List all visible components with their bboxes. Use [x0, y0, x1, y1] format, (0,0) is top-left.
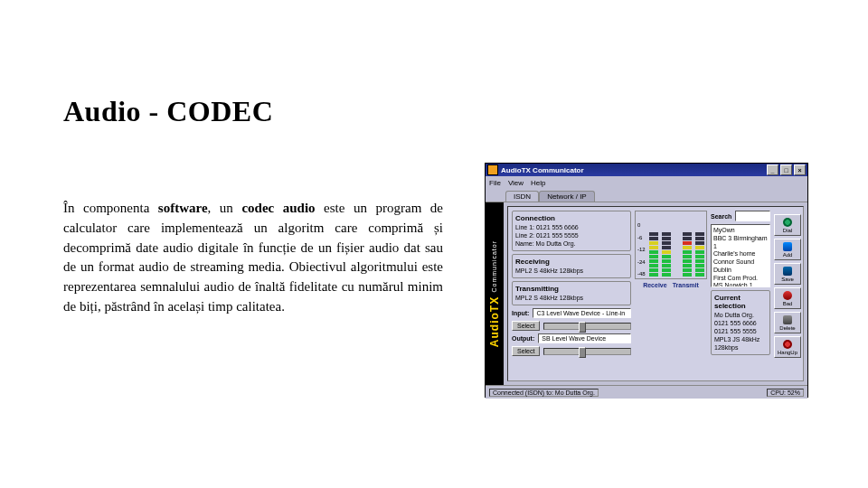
mid-column: 0 -6 -12 -24 -48	[635, 211, 707, 377]
transmitting-title: Transmitting	[515, 285, 627, 293]
slide-title: Audio - CODEC	[63, 95, 273, 128]
save-icon	[783, 267, 792, 276]
dial-icon	[783, 218, 792, 227]
connection-title: Connection	[515, 214, 627, 222]
slide: Audio - CODEC În componenta software, un…	[0, 0, 868, 488]
hangup-button[interactable]: HangUp	[774, 336, 801, 358]
connection-line2: Line 2: 0121 555 5555	[515, 231, 627, 239]
input-slider-row: Select	[512, 321, 631, 331]
bad-icon	[783, 291, 792, 300]
tab-isdn[interactable]: ISDN	[505, 191, 539, 202]
side-buttons: Dial Add Save Bad Delete HangUp	[774, 214, 801, 358]
app-icon	[487, 164, 498, 175]
bad-button[interactable]: Bad	[774, 287, 801, 309]
right-column: Search MyOwn BBC 3 Birmingham 1 Charlie'…	[711, 211, 799, 377]
connection-name: Name: Mo Dutta Org.	[515, 239, 627, 248]
add-button[interactable]: Add	[774, 239, 801, 260]
menubar: File View Help	[486, 176, 807, 189]
level-meters: 0 -6 -12 -24 -48	[635, 211, 707, 279]
body-paragraph: În componenta software, un codec audio e…	[63, 199, 443, 317]
menu-file[interactable]: File	[489, 179, 501, 187]
search-input[interactable]	[735, 211, 770, 221]
list-item[interactable]: BBC 3 Birmingham 1	[713, 235, 768, 251]
delete-button[interactable]: Delete	[774, 312, 801, 333]
input-row: Input: C3 Level Wave Device - Line-in	[512, 308, 631, 318]
titlebar: AudioTX Communicator _ □ ×	[486, 164, 807, 176]
para-b1: software	[158, 201, 208, 215]
output-slider[interactable]	[543, 348, 631, 355]
tabstrip: ISDN Network / IP	[486, 189, 807, 202]
meter-rx-r	[662, 232, 671, 277]
brand-band: AudioTX Communicator	[486, 202, 504, 385]
save-label: Save	[781, 277, 794, 282]
menu-view[interactable]: View	[508, 179, 524, 187]
output-select-button[interactable]: Select	[512, 346, 540, 356]
directory-list[interactable]: MyOwn BBC 3 Birmingham 1 Charlie's home …	[711, 224, 770, 287]
left-column: Connection Line 1: 0121 555 6666 Line 2:…	[512, 211, 631, 377]
current-l4: MPL3 JS 48kHz 128kbps	[714, 335, 767, 352]
output-label: Output:	[512, 335, 534, 342]
current-l1: Mo Dutta Org.	[714, 311, 767, 319]
list-item[interactable]: First Com Prod.	[713, 275, 768, 283]
current-l2: 0121 555 6666	[714, 319, 767, 327]
scale-24: -24	[637, 259, 646, 265]
transmitting-group: Transmitting MPL2 S 48kHz 128kbps	[512, 281, 631, 305]
current-selection-group: Current selection Mo Dutta Org. 0121 555…	[711, 290, 770, 355]
search-row: Search	[711, 211, 770, 221]
scale-48: -48	[637, 271, 646, 277]
meter-scale: 0 -6 -12 -24 -48	[637, 222, 646, 277]
meter-tx-l	[683, 232, 692, 277]
dial-button[interactable]: Dial	[774, 214, 801, 236]
para-pre: În componenta	[63, 201, 158, 215]
scale-12: -12	[637, 247, 646, 252]
list-item[interactable]: Charlie's home	[713, 250, 768, 258]
current-l3: 0121 555 5555	[714, 327, 767, 335]
brand-sub: Communicator	[491, 240, 497, 293]
dial-label: Dial	[783, 228, 792, 233]
status-right: CPU: 52%	[767, 389, 804, 397]
titlebar-text: AudioTX Communicator	[501, 166, 584, 174]
main-panel: Connection Line 1: 0121 555 6666 Line 2:…	[507, 206, 804, 381]
para-post: este un program de calculator care imple…	[63, 201, 443, 314]
minimize-button[interactable]: _	[767, 164, 778, 175]
current-title: Current selection	[714, 294, 767, 310]
close-button[interactable]: ×	[794, 164, 806, 175]
transmitting-line: MPL2 S 48kHz 128kbps	[515, 294, 627, 302]
hangup-icon	[783, 340, 792, 349]
save-button[interactable]: Save	[774, 263, 801, 285]
input-slider[interactable]	[543, 323, 631, 330]
add-label: Add	[783, 252, 793, 258]
maximize-button[interactable]: □	[780, 164, 792, 175]
scale-0: 0	[637, 222, 646, 228]
receiving-line: MPL2 S 48kHz 128kbps	[515, 267, 627, 275]
statusbar: Connected (ISDN) to: Mo Dutta Org. CPU: …	[486, 385, 807, 399]
hangup-label: HangUp	[778, 350, 797, 355]
search-label: Search	[711, 213, 731, 220]
receiving-group: Receiving MPL2 S 48kHz 128kbps	[512, 254, 631, 278]
para-b2: codec audio	[241, 201, 315, 215]
list-item[interactable]: Connor Sound Dublin	[713, 258, 768, 275]
menu-help[interactable]: Help	[531, 179, 545, 187]
meter-tx-r	[695, 232, 704, 277]
input-label: Input:	[512, 310, 529, 316]
list-item[interactable]: MS Norwich 1	[713, 282, 768, 287]
list-item[interactable]: MyOwn	[713, 227, 768, 235]
connection-group: Connection Line 1: 0121 555 6666 Line 2:…	[512, 211, 631, 251]
receiving-title: Receiving	[515, 258, 627, 266]
delete-icon	[783, 315, 792, 324]
input-select-button[interactable]: Select	[512, 321, 540, 331]
scale-6: -6	[637, 235, 646, 240]
delete-label: Delete	[779, 325, 795, 331]
app-window: AudioTX Communicator _ □ × File View Hel…	[485, 163, 808, 398]
output-device[interactable]: SB Level Wave Device	[538, 333, 631, 343]
input-device[interactable]: C3 Level Wave Device - Line-in	[533, 308, 631, 318]
connection-line1: Line 1: 0121 555 6666	[515, 223, 627, 231]
meter-label-tx: Transmit	[673, 282, 699, 288]
meter-labels: Receive Transmit	[635, 282, 707, 288]
output-row: Output: SB Level Wave Device	[512, 333, 631, 343]
bad-label: Bad	[783, 301, 793, 306]
status-left: Connected (ISDN) to: Mo Dutta Org.	[489, 389, 599, 397]
meter-label-rx: Receive	[643, 282, 666, 288]
brand-main: AudioTX	[488, 296, 501, 347]
tab-network[interactable]: Network / IP	[539, 191, 595, 202]
